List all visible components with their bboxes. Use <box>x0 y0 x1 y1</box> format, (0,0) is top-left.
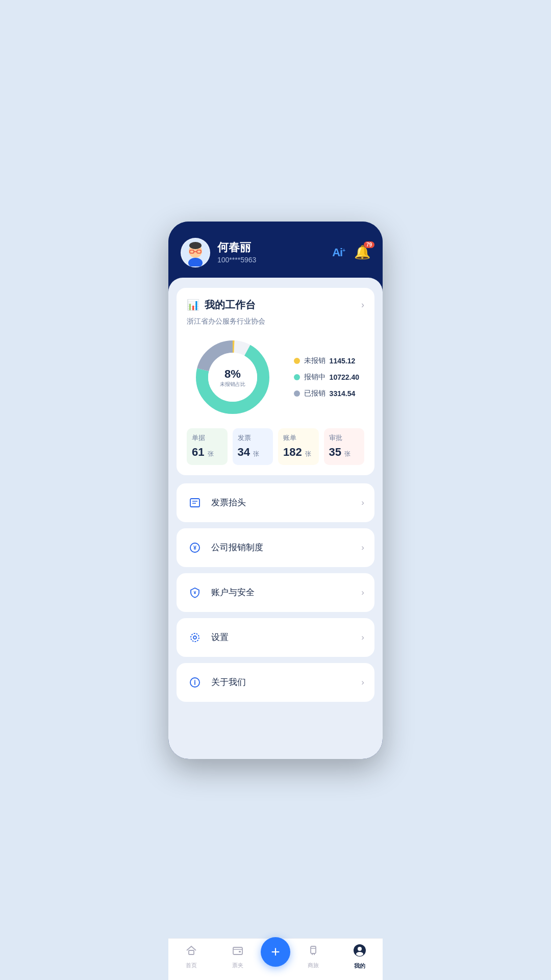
menu-item-about-us[interactable]: 关于我们 › <box>177 663 374 702</box>
menu-item-reimbursement-policy[interactable]: ¥ 公司报销制度 › <box>177 528 374 567</box>
ai-button[interactable]: Ai+ <box>332 246 345 259</box>
stats-grid: 单据 61 张 发票 34 张 账单 182 <box>187 428 364 465</box>
legend-dot-reimbursing <box>294 374 300 380</box>
user-id: 100****5963 <box>217 256 256 264</box>
legend-label-reimbursed: 已报销 <box>304 389 325 398</box>
legend-value-reimbursing: 10722.40 <box>330 373 359 381</box>
stat-card-receipts[interactable]: 单据 61 张 <box>187 428 228 465</box>
reimbursement-policy-icon: ¥ <box>187 540 203 556</box>
menu-label-reimbursement-policy: 公司报销制度 <box>211 542 263 553</box>
donut-chart: 8% 未报销占比 <box>192 336 273 418</box>
menu-label-settings: 设置 <box>211 631 229 643</box>
menu-card-5: 关于我们 › <box>177 663 374 702</box>
svg-point-18 <box>193 636 196 639</box>
stat-label-bills: 账单 <box>283 433 314 443</box>
svg-rect-12 <box>190 499 199 507</box>
donut-percent: 8% <box>220 367 245 380</box>
legend-dot-unreimbursed <box>294 358 300 364</box>
phone-frame: 何春丽 100****5963 Ai+ 🔔 79 📊 我的工作台 › <box>168 222 383 759</box>
menu-card-1: 发票抬头 › <box>177 483 374 522</box>
menu-label-about-us: 关于我们 <box>211 676 246 688</box>
stat-label-receipts: 单据 <box>192 433 222 443</box>
user-info: 何春丽 100****5963 <box>217 241 256 264</box>
menu-label-invoice-header: 发票抬头 <box>211 497 246 508</box>
workbench-icon: 📊 <box>187 299 199 311</box>
legend-item-reimbursing: 报销中 10722.40 <box>294 373 359 382</box>
menu-item-invoice-header[interactable]: 发票抬头 › <box>177 483 374 522</box>
menu-item-account-security[interactable]: ¥ 账户与安全 › <box>177 573 374 612</box>
card-title-wrap: 📊 我的工作台 <box>187 298 256 312</box>
menu-label-account-security: 账户与安全 <box>211 586 255 598</box>
about-us-icon <box>187 674 203 691</box>
menu-item-settings[interactable]: 设置 › <box>177 618 374 657</box>
legend-item-reimbursed: 已报销 3314.54 <box>294 389 359 398</box>
menu-arrow-settings: › <box>361 632 364 643</box>
header-right: Ai+ 🔔 79 <box>332 244 370 260</box>
notification-bell[interactable]: 🔔 79 <box>354 244 370 260</box>
svg-point-2 <box>189 242 202 249</box>
menu-card-4: 设置 › <box>177 618 374 657</box>
invoice-header-icon <box>187 495 203 511</box>
menu-arrow-reimbursement-policy: › <box>361 543 364 553</box>
legend-label-reimbursing: 报销中 <box>304 373 325 382</box>
stat-card-approvals[interactable]: 审批 35 张 <box>324 428 365 465</box>
menu-arrow-invoice-header: › <box>361 498 364 508</box>
header-left: 何春丽 100****5963 <box>181 238 256 267</box>
stat-label-invoices: 发票 <box>238 433 268 443</box>
legend-label-unreimbursed: 未报销 <box>304 356 325 365</box>
svg-text:¥: ¥ <box>193 590 196 595</box>
notification-badge: 79 <box>364 241 374 248</box>
workbench-title: 我的工作台 <box>205 298 256 312</box>
menu-arrow-account-security: › <box>361 587 364 598</box>
chart-section: 8% 未报销占比 未报销 1145.12 报销中 10722.40 <box>187 336 364 418</box>
svg-point-19 <box>191 633 199 642</box>
menu-card-3: ¥ 账户与安全 › <box>177 573 374 612</box>
stat-count-invoices: 34 张 <box>238 446 268 459</box>
workbench-arrow[interactable]: › <box>361 300 364 310</box>
org-name: 浙江省办公服务行业协会 <box>187 317 364 326</box>
menu-arrow-about-us: › <box>361 677 364 688</box>
settings-icon <box>187 629 203 646</box>
workbench-card: 📊 我的工作台 › 浙江省办公服务行业协会 <box>177 288 374 475</box>
stat-count-approvals: 35 张 <box>329 446 360 459</box>
menu-card-2: ¥ 公司报销制度 › <box>177 528 374 567</box>
svg-text:¥: ¥ <box>193 545 197 551</box>
legend-value-reimbursed: 3314.54 <box>330 389 356 398</box>
stat-card-invoices[interactable]: 发票 34 张 <box>233 428 273 465</box>
legend-dot-reimbursed <box>294 390 300 397</box>
header: 何春丽 100****5963 Ai+ 🔔 79 <box>168 222 383 278</box>
svg-point-22 <box>194 680 195 681</box>
stat-label-approvals: 审批 <box>329 433 360 443</box>
main-content: 📊 我的工作台 › 浙江省办公服务行业协会 <box>168 278 383 759</box>
stat-count-receipts: 61 张 <box>192 446 222 459</box>
chart-legend: 未报销 1145.12 报销中 10722.40 已报销 3314.54 <box>294 356 359 398</box>
card-header: 📊 我的工作台 › <box>187 298 364 312</box>
stat-card-bills[interactable]: 账单 182 张 <box>278 428 319 465</box>
stat-count-bills: 182 张 <box>283 446 314 459</box>
avatar[interactable] <box>181 238 210 267</box>
legend-value-unreimbursed: 1145.12 <box>330 357 356 365</box>
legend-item-unreimbursed: 未报销 1145.12 <box>294 356 359 365</box>
user-name: 何春丽 <box>217 241 256 254</box>
account-security-icon: ¥ <box>187 584 203 601</box>
donut-label: 未报销占比 <box>220 380 245 387</box>
donut-center: 8% 未报销占比 <box>220 367 245 387</box>
